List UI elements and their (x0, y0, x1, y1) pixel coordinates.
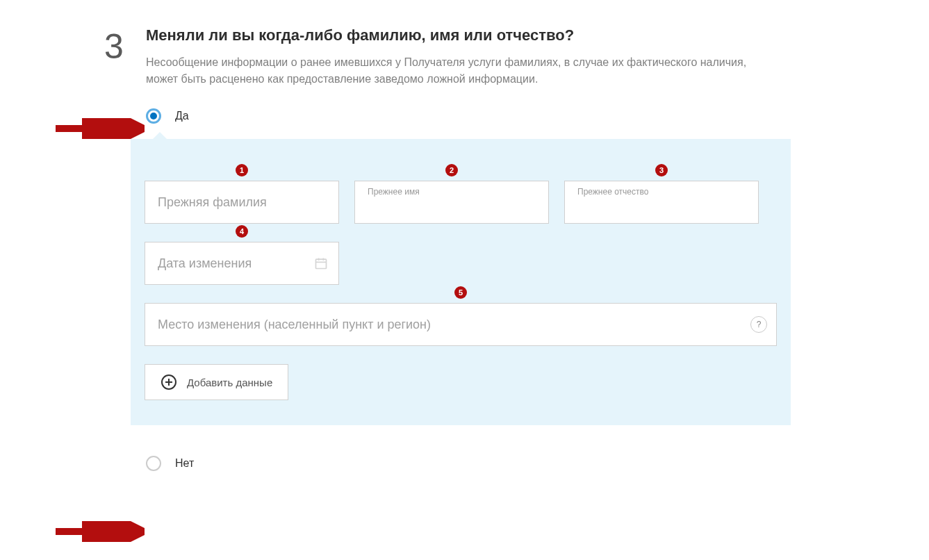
svg-rect-2 (316, 259, 327, 268)
prev-surname-field: 1 (145, 181, 339, 224)
badge-5: 5 (454, 286, 467, 299)
question-title: Меняли ли вы когда-либо фамилию, имя или… (146, 26, 799, 44)
plus-icon (161, 374, 177, 390)
add-data-button[interactable]: Добавить данные (145, 364, 288, 400)
badge-3: 3 (655, 164, 668, 176)
question-hint: Несообщение информации о ранее имевшихся… (146, 54, 750, 88)
prev-patronymic-field: 3 Прежнее отчество (564, 181, 759, 224)
radio-yes[interactable]: Да (146, 108, 799, 124)
prev-surname-input[interactable] (145, 181, 339, 224)
prev-patronymic-input[interactable] (577, 203, 748, 216)
step-number: 3 (104, 26, 124, 67)
add-data-label: Добавить данные (187, 377, 272, 388)
name-change-section: 1 2 Прежнее имя 3 Прежнее отчество (131, 139, 791, 425)
prev-patronymic-label: Прежнее отчество (577, 187, 648, 197)
badge-4: 4 (236, 225, 248, 238)
radio-no-label: Нет (175, 457, 194, 470)
change-place-input[interactable] (145, 303, 777, 346)
prev-name-input[interactable] (368, 203, 539, 216)
prev-name-field: 2 Прежнее имя (354, 181, 549, 224)
badge-2: 2 (445, 164, 458, 176)
radio-no[interactable]: Нет (146, 456, 799, 471)
radio-no-control[interactable] (146, 456, 161, 471)
radio-yes-label: Да (175, 110, 189, 122)
radio-yes-control[interactable] (146, 108, 161, 124)
calendar-icon[interactable] (314, 256, 328, 270)
annotation-arrow-no (56, 521, 145, 542)
prev-name-label: Прежнее имя (368, 187, 420, 197)
badge-1: 1 (236, 164, 248, 176)
change-date-field: 4 (145, 242, 339, 285)
change-place-field: 5 ? (145, 303, 777, 346)
change-date-input[interactable] (145, 242, 339, 285)
help-icon[interactable]: ? (750, 316, 767, 333)
